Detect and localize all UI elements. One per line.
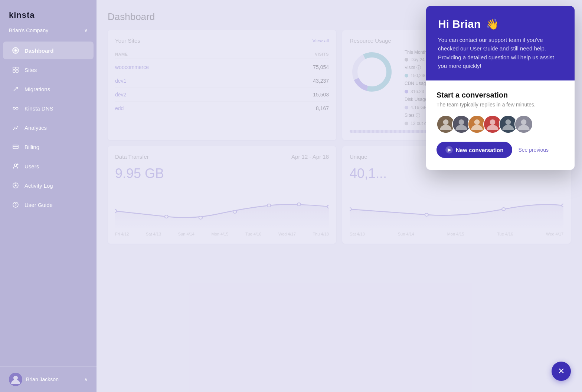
dns-icon (12, 105, 19, 112)
sidebar-item-migrations[interactable]: Migrations (3, 80, 94, 98)
chat-header: Hi Brian 👋 You can contact our support t… (426, 6, 575, 80)
support-avatar-6 (514, 115, 533, 134)
new-conversation-label: New conversation (456, 147, 503, 153)
migrations-icon (12, 85, 19, 93)
svg-rect-6 (13, 145, 18, 149)
sidebar-item-activity-log[interactable]: Activity Log (3, 177, 94, 194)
sidebar-item-kinsta-dns-label: Kinsta DNS (24, 105, 53, 112)
user-guide-icon: ? (12, 201, 19, 208)
wave-emoji: 👋 (486, 19, 499, 30)
svg-point-10 (15, 185, 17, 187)
svg-rect-3 (16, 67, 18, 69)
svg-point-41 (521, 119, 527, 125)
sidebar-item-user-guide[interactable]: ? User Guide (3, 196, 94, 214)
home-icon (12, 47, 19, 54)
analytics-icon (12, 124, 19, 131)
users-icon (12, 162, 19, 170)
see-previous-link[interactable]: See previous (518, 147, 549, 153)
svg-text:?: ? (14, 203, 17, 207)
support-chat-panel: Hi Brian 👋 You can contact our support t… (426, 6, 575, 170)
svg-point-1 (14, 49, 17, 52)
sidebar-item-users[interactable]: Users (3, 157, 94, 175)
main-content: Dashboard Your Sites View all NAME VISIT… (97, 0, 582, 392)
nav-menu: Dashboard Sites Migrations Kinsta DNS An… (0, 41, 97, 366)
svg-point-31 (443, 119, 449, 125)
chat-greeting: Hi Brian 👋 (438, 18, 563, 30)
new-conversation-button[interactable]: ▶ New conversation (436, 142, 512, 158)
svg-point-15 (13, 376, 18, 380)
logo-text: kinsta (9, 10, 35, 20)
sidebar-item-kinsta-dns[interactable]: Kinsta DNS (3, 99, 94, 117)
conversation-title: Start a conversation (436, 91, 564, 99)
sidebar-item-dashboard-label: Dashboard (24, 47, 53, 54)
svg-point-33 (459, 119, 464, 125)
chat-actions: ▶ New conversation See previous (436, 142, 564, 158)
sidebar-item-sites-label: Sites (24, 67, 37, 73)
close-icon: ✕ (558, 366, 565, 376)
company-selector[interactable]: Brian's Company ∨ (0, 24, 97, 41)
sidebar-item-sites[interactable]: Sites (3, 61, 94, 79)
greeting-text: Hi Brian (438, 18, 481, 30)
sites-icon (12, 66, 19, 73)
support-avatars (436, 115, 564, 134)
sidebar-item-analytics[interactable]: Analytics (3, 119, 94, 136)
chat-description: You can contact our support team if you'… (438, 36, 563, 70)
svg-rect-4 (13, 70, 15, 72)
sidebar-item-billing-label: Billing (24, 144, 39, 150)
billing-icon (12, 143, 19, 151)
sidebar-item-dashboard[interactable]: Dashboard (3, 42, 94, 59)
sidebar-item-user-guide-label: User Guide (24, 202, 53, 208)
conversation-arrow-icon: ▶ (445, 146, 453, 154)
svg-point-39 (506, 119, 511, 125)
avatar (9, 373, 22, 386)
chat-body: Start a conversation The team typically … (426, 80, 575, 170)
svg-point-37 (490, 119, 496, 125)
company-chevron-icon: ∨ (84, 28, 88, 33)
user-name: Brian Jackson (26, 376, 81, 382)
activity-log-icon (12, 182, 19, 189)
sidebar-item-activity-log-label: Activity Log (24, 182, 53, 189)
sidebar-item-billing[interactable]: Billing (3, 138, 94, 156)
close-chat-button[interactable]: ✕ (552, 362, 571, 381)
user-chevron-icon: ∧ (84, 377, 88, 382)
svg-rect-5 (16, 70, 18, 72)
sidebar-item-migrations-label: Migrations (24, 86, 50, 92)
conversation-subtitle: The team typically replies in a few minu… (436, 102, 564, 108)
sidebar: kinsta Brian's Company ∨ Dashboard Sites… (0, 0, 97, 392)
sidebar-item-users-label: Users (24, 163, 39, 169)
sidebar-item-analytics-label: Analytics (24, 125, 47, 131)
svg-point-8 (14, 164, 17, 166)
user-profile[interactable]: Brian Jackson ∧ (0, 366, 97, 392)
svg-rect-2 (13, 67, 15, 69)
svg-point-35 (474, 119, 480, 125)
company-name: Brian's Company (9, 27, 48, 33)
sidebar-logo: kinsta (0, 0, 97, 24)
